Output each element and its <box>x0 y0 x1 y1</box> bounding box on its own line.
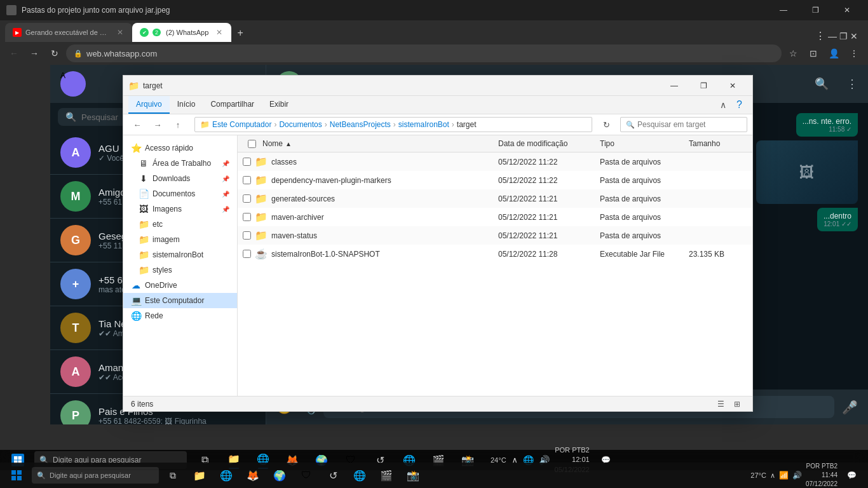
file-cb-gen[interactable] <box>243 194 251 203</box>
breadcrumb[interactable]: 📁 Este Computador › Documentos › NetBean… <box>194 117 592 132</box>
refresh-button[interactable]: ↻ <box>46 44 64 62</box>
explorer-up[interactable]: ↑ <box>169 117 187 132</box>
sidebar-imagem[interactable]: 📁 imagem <box>123 232 237 247</box>
tab-whatsapp-close[interactable]: ✕ <box>215 27 224 38</box>
quick-access-icon: ⭐ <box>131 143 141 153</box>
header-size[interactable]: Tamanho <box>684 138 747 149</box>
sidebar-label-desktop: Área de Trabalho <box>153 159 211 168</box>
file-row-gen[interactable]: 📁 generated-sources 05/12/2022 11:21 Pas… <box>238 189 752 208</box>
t2-chrome2[interactable]: 🌐 <box>347 463 372 488</box>
sidebar-sistemaironbot[interactable]: 📁 sistemaIronBot <box>123 247 237 262</box>
explorer-search-input[interactable] <box>637 120 742 129</box>
bookmark-button[interactable]: ☆ <box>784 44 802 62</box>
file-row-classes[interactable]: 📁 classes 05/12/2022 11:22 Pasta de arqu… <box>238 152 752 171</box>
tab-whatsapp[interactable]: ✔ 2 (2) WhatsApp ✕ <box>132 23 231 42</box>
start-btn-2[interactable] <box>3 463 31 488</box>
sidebar-this-pc[interactable]: 💻 Este Computador <box>123 293 237 308</box>
ribbon-tab-arquivo[interactable]: Arquivo <box>128 96 170 114</box>
explorer-search-box[interactable]: 🔍 <box>620 117 747 132</box>
ribbon-tab-exibir[interactable]: Exibir <box>262 96 296 114</box>
tray-expand-2[interactable]: ∧ <box>770 471 775 480</box>
msg-text-2: ...dentro <box>824 212 851 220</box>
file-row-archiver[interactable]: 📁 maven-archiver 05/12/2022 11:21 Pasta … <box>238 208 752 226</box>
t2-firefox[interactable]: 🦊 <box>240 463 266 488</box>
volume-icon-2[interactable]: 🔊 <box>792 471 802 480</box>
sidebar-onedrive[interactable]: ☁ OneDrive <box>123 278 237 293</box>
file-cb-dep[interactable] <box>243 176 251 184</box>
large-icons-view-button[interactable]: ⊞ <box>729 398 745 410</box>
back-button[interactable]: ← <box>5 44 23 62</box>
chat-icon-2[interactable]: 💬 <box>841 463 862 488</box>
minimize-browser[interactable]: — <box>828 31 837 41</box>
sidebar-network[interactable]: 🌐 Rede <box>123 308 237 323</box>
ribbon-tab-inicio[interactable]: Início <box>170 96 203 114</box>
file-cb-status[interactable] <box>243 231 251 240</box>
help-icon[interactable]: ? <box>731 97 747 113</box>
header-type[interactable]: Tipo <box>595 138 684 149</box>
explorer-refresh[interactable]: ↻ <box>597 117 615 132</box>
taskbar-search-2[interactable]: 🔍 Digite aqui para pesquisar <box>32 467 159 484</box>
close-browser[interactable]: ✕ <box>850 31 858 41</box>
expand-ribbon-icon[interactable]: ∧ <box>715 97 731 112</box>
maximize-button[interactable]: ❐ <box>801 0 830 20</box>
sidebar-etc[interactable]: 📁 etc <box>123 217 237 232</box>
browser-profile[interactable]: 👤 <box>825 44 843 62</box>
header-name[interactable]: Nome ▲ <box>243 138 493 149</box>
voice-button[interactable]: 🎤 <box>842 400 858 415</box>
bc-item-3[interactable]: NetBeansProjects <box>330 120 391 129</box>
minimize-button[interactable]: — <box>769 0 798 20</box>
explorer-maximize[interactable]: ❐ <box>689 76 718 96</box>
sidebar-documents[interactable]: 📄 Documentos 📌 <box>123 186 237 201</box>
tab-youtube[interactable]: ▶ Gerando executável de uma apl... ✕ <box>5 23 132 42</box>
explorer-close[interactable]: ✕ <box>718 76 747 96</box>
t2-refresh[interactable]: ↺ <box>320 463 346 488</box>
browser-menu-1[interactable]: ⊡ <box>804 44 822 62</box>
tab-youtube-close[interactable]: ✕ <box>116 27 125 38</box>
sidebar-quick-access[interactable]: ⭐ Acesso rápido <box>123 140 237 156</box>
close-button[interactable]: ✕ <box>832 0 862 20</box>
select-all-checkbox[interactable] <box>248 140 256 148</box>
explorer-nav-bar: ← → ↑ 📁 Este Computador › Documentos › N… <box>123 114 752 135</box>
t2-taskview[interactable]: ⧉ <box>160 463 186 488</box>
browser-extensions[interactable]: ⋮ <box>845 44 863 62</box>
chat-menu-icon[interactable]: ⋮ <box>846 77 858 91</box>
t2-files[interactable]: 📁 <box>187 463 212 488</box>
bc-item-1[interactable]: Este Computador <box>212 120 271 129</box>
url-bar[interactable]: 🔒 web.whatsapp.com <box>66 44 782 62</box>
t2-photo[interactable]: 📸 <box>400 463 426 488</box>
t2-chrome[interactable]: 🌐 <box>214 463 239 488</box>
explorer-forward[interactable]: → <box>149 117 166 132</box>
sidebar-images[interactable]: 🖼 Imagens 📌 <box>123 201 237 217</box>
new-tab-button[interactable]: + <box>231 24 249 42</box>
t2-shield[interactable]: 🛡 <box>294 463 319 488</box>
file-cb-jar[interactable] <box>243 250 251 258</box>
user-avatar[interactable]: A <box>60 71 86 97</box>
search-chat-icon[interactable]: 🔍 <box>815 77 829 91</box>
file-row-status[interactable]: 📁 maven-status 05/12/2022 11:21 Pasta de… <box>238 226 752 245</box>
file-type-jar: Executable Jar File <box>595 248 684 261</box>
explorer-minimize[interactable]: — <box>660 76 689 96</box>
header-date[interactable]: Data de modificação <box>493 138 595 149</box>
t2-cam[interactable]: 🎬 <box>374 463 399 488</box>
details-view-button[interactable]: ☰ <box>713 398 728 410</box>
file-cb-classes[interactable] <box>243 158 251 166</box>
ribbon-tab-compartilhar[interactable]: Compartilhar <box>203 96 262 114</box>
file-row-dep[interactable]: 📁 dependency-maven-plugin-markers 05/12/… <box>238 171 752 189</box>
sort-icon: ▲ <box>285 140 292 147</box>
file-cb-archiver[interactable] <box>243 213 251 221</box>
sidebar-desktop[interactable]: 🖥 Área de Trabalho 📌 <box>123 156 237 171</box>
message-bubble-1: ...ns. nte. erro. 11:58 ✓ <box>796 113 858 137</box>
bc-item-5[interactable]: target <box>457 120 477 129</box>
file-row-jar[interactable]: ☕ sistemaIronBot-1.0-SNAPSHOT 05/12/2022… <box>238 245 752 263</box>
sidebar-downloads[interactable]: ⬇ Downloads 📌 <box>123 171 237 186</box>
bc-item-4[interactable]: sistemaIronBot <box>398 120 449 129</box>
explorer-back[interactable]: ← <box>128 117 146 132</box>
network-icon-2[interactable]: 📶 <box>779 471 789 480</box>
bc-item-2[interactable]: Documentos <box>279 120 322 129</box>
t2-browser[interactable]: 🌍 <box>267 463 292 488</box>
tab-strip-menu[interactable]: ⋮ <box>815 30 825 42</box>
forward-button[interactable]: → <box>25 44 43 62</box>
file-type-classes: Pasta de arquivos <box>595 156 684 168</box>
sidebar-styles[interactable]: 📁 styles <box>123 262 237 278</box>
restore-browser[interactable]: ❐ <box>839 31 848 41</box>
